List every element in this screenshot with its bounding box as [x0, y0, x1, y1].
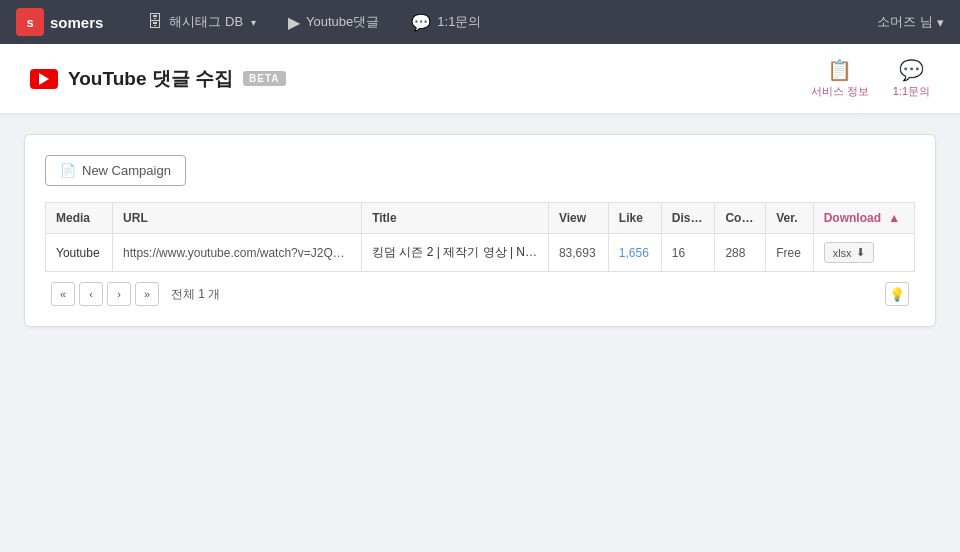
nav-item-one-on-one-label: 1:1문의: [437, 13, 481, 31]
nav-item-hashtag-db-label: 해시태그 DB: [169, 13, 243, 31]
service-bar: YouTube 댓글 수집 BETA 📋 서비스 정보 💬 1:1문의: [0, 44, 960, 114]
col-title: Title: [362, 203, 549, 234]
cell-url: https://www.youtube.com/watch?v=J2QdP1Lp…: [113, 234, 362, 272]
col-dislike: Dis…: [661, 203, 715, 234]
cell-comment: 288: [715, 234, 766, 272]
cell-dislike: 16: [661, 234, 715, 272]
service-actions: 📋 서비스 정보 💬 1:1문의: [811, 58, 930, 99]
new-campaign-label: New Campaign: [82, 163, 171, 178]
next-page-icon: ›: [117, 288, 121, 300]
first-page-icon: «: [60, 288, 66, 300]
settings-icon: 💡: [889, 287, 905, 302]
logo-label: somers: [50, 14, 103, 31]
one-on-one-button[interactable]: 💬 1:1문의: [893, 58, 930, 99]
nav-item-one-on-one[interactable]: 💬 1:1문의: [397, 7, 495, 38]
hashtag-db-icon: 🗄: [147, 13, 163, 31]
page-title: YouTube 댓글 수집: [68, 66, 233, 92]
cell-like: 1,656: [608, 234, 661, 272]
youtube-icon: ▶: [288, 13, 300, 32]
pagination-right: 💡: [885, 282, 909, 306]
one-on-one-label: 1:1문의: [893, 84, 930, 99]
col-url: URL: [113, 203, 362, 234]
col-version: Ver.: [766, 203, 813, 234]
main-content: 📄 New Campaign Media URL Title: [0, 114, 960, 347]
user-menu[interactable]: 소머즈 님 ▾: [877, 13, 944, 31]
youtube-logo-icon: [30, 69, 58, 89]
nav-items: 🗄 해시태그 DB ▾ ▶ Youtube댓글 💬 1:1문의: [133, 7, 877, 38]
top-navigation: s somers 🗄 해시태그 DB ▾ ▶ Youtube댓글 💬 1:1문의…: [0, 0, 960, 44]
table-header: Media URL Title View Like: [46, 203, 915, 234]
beta-badge: BETA: [243, 71, 285, 86]
download-label: xlsx: [833, 247, 852, 259]
col-comment: Co…: [715, 203, 766, 234]
data-card: 📄 New Campaign Media URL Title: [24, 134, 936, 327]
prev-page-icon: ‹: [89, 288, 93, 300]
nav-item-youtube-label: Youtube댓글: [306, 13, 379, 31]
col-view: View: [548, 203, 608, 234]
col-download[interactable]: Download ▲: [813, 203, 914, 234]
col-like: Like: [608, 203, 661, 234]
prev-page-button[interactable]: ‹: [79, 282, 103, 306]
cell-title: 킹덤 시즌 2 | 제작기 영상 | Netflix: [362, 234, 549, 272]
new-campaign-icon: 📄: [60, 163, 76, 178]
first-page-button[interactable]: «: [51, 282, 75, 306]
sort-arrow-icon: ▲: [888, 211, 900, 225]
page-title-area: YouTube 댓글 수집 BETA: [30, 66, 811, 92]
cell-download: xlsx ⬇: [813, 234, 914, 272]
last-page-button[interactable]: »: [135, 282, 159, 306]
service-info-button[interactable]: 📋 서비스 정보: [811, 58, 869, 99]
last-page-icon: »: [144, 288, 150, 300]
pagination-bar: « ‹ › » 전체 1 개 💡: [45, 272, 915, 306]
download-icon: ⬇: [856, 246, 865, 259]
chat-icon: 💬: [411, 13, 431, 32]
logo-icon: s: [16, 8, 44, 36]
page-count: 전체 1 개: [171, 286, 220, 303]
new-campaign-button[interactable]: 📄 New Campaign: [45, 155, 186, 186]
download-button[interactable]: xlsx ⬇: [824, 242, 874, 263]
col-media: Media: [46, 203, 113, 234]
service-info-icon: 📋: [827, 58, 852, 82]
service-info-label: 서비스 정보: [811, 84, 869, 99]
cell-version: Free: [766, 234, 813, 272]
logo[interactable]: s somers: [16, 8, 103, 36]
nav-item-youtube-comments[interactable]: ▶ Youtube댓글: [274, 7, 393, 38]
cell-media: Youtube: [46, 234, 113, 272]
one-on-one-icon: 💬: [899, 58, 924, 82]
table-container: Media URL Title View Like: [45, 202, 915, 272]
user-label: 소머즈 님: [877, 13, 933, 31]
table-body: Youtube https://www.youtube.com/watch?v=…: [46, 234, 915, 272]
data-table: Media URL Title View Like: [45, 202, 915, 272]
table-row: Youtube https://www.youtube.com/watch?v=…: [46, 234, 915, 272]
user-arrow-icon: ▾: [937, 15, 944, 30]
page-settings-button[interactable]: 💡: [885, 282, 909, 306]
cell-view: 83,693: [548, 234, 608, 272]
nav-item-hashtag-db[interactable]: 🗄 해시태그 DB ▾: [133, 7, 270, 37]
next-page-button[interactable]: ›: [107, 282, 131, 306]
hashtag-db-arrow: ▾: [251, 17, 256, 28]
